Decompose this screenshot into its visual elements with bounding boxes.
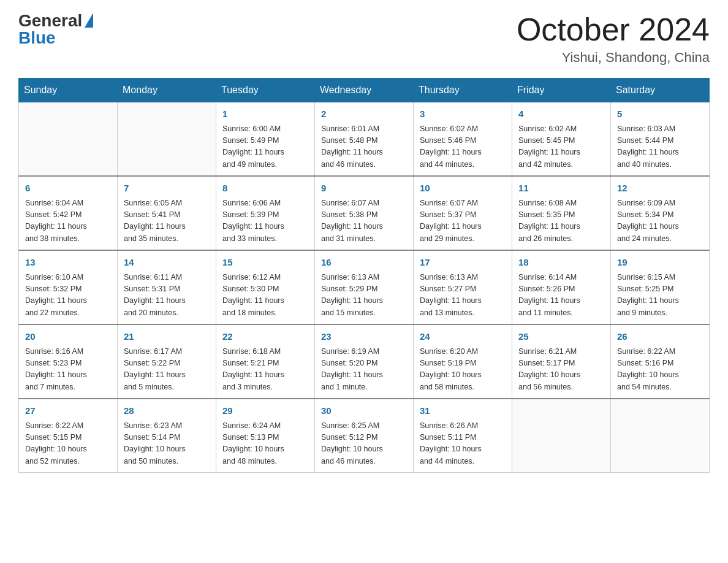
calendar-cell: 31Sunrise: 6:26 AM Sunset: 5:11 PM Dayli… [414, 399, 512, 473]
day-number: 23 [321, 330, 407, 344]
day-number: 19 [617, 256, 703, 270]
day-info: Sunrise: 6:07 AM Sunset: 5:37 PM Dayligh… [420, 197, 506, 245]
calendar-cell: 19Sunrise: 6:15 AM Sunset: 5:25 PM Dayli… [611, 250, 710, 324]
calendar-cell [118, 102, 216, 177]
weekday-header-cell: Sunday [19, 79, 118, 102]
calendar-cell: 8Sunrise: 6:06 AM Sunset: 5:39 PM Daylig… [216, 176, 315, 250]
day-number: 10 [420, 182, 506, 196]
day-number: 7 [124, 182, 210, 196]
day-info: Sunrise: 6:16 AM Sunset: 5:23 PM Dayligh… [25, 346, 111, 394]
calendar-cell: 22Sunrise: 6:18 AM Sunset: 5:21 PM Dayli… [216, 324, 315, 399]
calendar-cell: 14Sunrise: 6:11 AM Sunset: 5:31 PM Dayli… [118, 250, 216, 324]
day-info: Sunrise: 6:17 AM Sunset: 5:22 PM Dayligh… [124, 346, 210, 394]
calendar-cell: 13Sunrise: 6:10 AM Sunset: 5:32 PM Dayli… [19, 250, 118, 324]
calendar-cell: 3Sunrise: 6:02 AM Sunset: 5:46 PM Daylig… [414, 102, 512, 177]
day-number: 30 [321, 404, 407, 418]
calendar-cell: 9Sunrise: 6:07 AM Sunset: 5:38 PM Daylig… [315, 176, 414, 250]
day-number: 3 [420, 107, 506, 121]
weekday-header-cell: Saturday [611, 79, 710, 102]
calendar-cell: 5Sunrise: 6:03 AM Sunset: 5:44 PM Daylig… [611, 102, 710, 177]
day-number: 12 [617, 182, 703, 196]
day-info: Sunrise: 6:02 AM Sunset: 5:46 PM Dayligh… [420, 123, 506, 171]
day-number: 24 [420, 330, 506, 344]
day-info: Sunrise: 6:22 AM Sunset: 5:15 PM Dayligh… [25, 420, 111, 468]
day-info: Sunrise: 6:09 AM Sunset: 5:34 PM Dayligh… [617, 197, 703, 245]
day-number: 21 [124, 330, 210, 344]
day-number: 8 [222, 182, 308, 196]
day-info: Sunrise: 6:23 AM Sunset: 5:14 PM Dayligh… [124, 420, 210, 468]
calendar-cell: 18Sunrise: 6:14 AM Sunset: 5:26 PM Dayli… [512, 250, 611, 324]
header: General Blue October 2024 Yishui, Shando… [18, 12, 710, 66]
calendar-week-row: 1Sunrise: 6:00 AM Sunset: 5:49 PM Daylig… [19, 102, 710, 177]
day-number: 27 [25, 404, 111, 418]
calendar-cell: 28Sunrise: 6:23 AM Sunset: 5:14 PM Dayli… [118, 399, 216, 473]
calendar-cell: 2Sunrise: 6:01 AM Sunset: 5:48 PM Daylig… [315, 102, 414, 177]
calendar-cell: 7Sunrise: 6:05 AM Sunset: 5:41 PM Daylig… [118, 176, 216, 250]
day-number: 14 [124, 256, 210, 270]
calendar-cell: 17Sunrise: 6:13 AM Sunset: 5:27 PM Dayli… [414, 250, 512, 324]
calendar-cell: 23Sunrise: 6:19 AM Sunset: 5:20 PM Dayli… [315, 324, 414, 399]
day-number: 1 [222, 107, 308, 121]
weekday-header-cell: Tuesday [216, 79, 315, 102]
calendar-cell [611, 399, 710, 473]
day-info: Sunrise: 6:06 AM Sunset: 5:39 PM Dayligh… [222, 197, 308, 245]
day-info: Sunrise: 6:25 AM Sunset: 5:12 PM Dayligh… [321, 420, 407, 468]
calendar-week-row: 6Sunrise: 6:04 AM Sunset: 5:42 PM Daylig… [19, 176, 710, 250]
day-info: Sunrise: 6:10 AM Sunset: 5:32 PM Dayligh… [25, 272, 111, 320]
calendar-week-row: 27Sunrise: 6:22 AM Sunset: 5:15 PM Dayli… [19, 399, 710, 473]
day-info: Sunrise: 6:01 AM Sunset: 5:48 PM Dayligh… [321, 123, 407, 171]
location-title: Yishui, Shandong, China [517, 50, 710, 66]
day-number: 25 [518, 330, 604, 344]
day-info: Sunrise: 6:07 AM Sunset: 5:38 PM Dayligh… [321, 197, 407, 245]
calendar-cell: 25Sunrise: 6:21 AM Sunset: 5:17 PM Dayli… [512, 324, 611, 399]
calendar-cell [512, 399, 611, 473]
calendar-table: SundayMondayTuesdayWednesdayThursdayFrid… [18, 78, 710, 473]
day-number: 20 [25, 330, 111, 344]
day-number: 9 [321, 182, 407, 196]
day-number: 4 [518, 107, 604, 121]
calendar-cell: 20Sunrise: 6:16 AM Sunset: 5:23 PM Dayli… [19, 324, 118, 399]
day-info: Sunrise: 6:21 AM Sunset: 5:17 PM Dayligh… [518, 346, 604, 394]
day-number: 26 [617, 330, 703, 344]
day-number: 31 [420, 404, 506, 418]
weekday-header-row: SundayMondayTuesdayWednesdayThursdayFrid… [19, 79, 710, 102]
calendar-cell: 26Sunrise: 6:22 AM Sunset: 5:16 PM Dayli… [611, 324, 710, 399]
weekday-header-cell: Thursday [414, 79, 512, 102]
calendar-cell: 16Sunrise: 6:13 AM Sunset: 5:29 PM Dayli… [315, 250, 414, 324]
calendar-cell: 24Sunrise: 6:20 AM Sunset: 5:19 PM Dayli… [414, 324, 512, 399]
calendar-cell [19, 102, 118, 177]
day-info: Sunrise: 6:04 AM Sunset: 5:42 PM Dayligh… [25, 197, 111, 245]
calendar-cell: 21Sunrise: 6:17 AM Sunset: 5:22 PM Dayli… [118, 324, 216, 399]
day-info: Sunrise: 6:22 AM Sunset: 5:16 PM Dayligh… [617, 346, 703, 394]
day-info: Sunrise: 6:19 AM Sunset: 5:20 PM Dayligh… [321, 346, 407, 394]
day-info: Sunrise: 6:02 AM Sunset: 5:45 PM Dayligh… [518, 123, 604, 171]
day-number: 17 [420, 256, 506, 270]
weekday-header-cell: Friday [512, 79, 611, 102]
day-number: 11 [518, 182, 604, 196]
day-info: Sunrise: 6:13 AM Sunset: 5:27 PM Dayligh… [420, 272, 506, 320]
day-number: 5 [617, 107, 703, 121]
day-info: Sunrise: 6:05 AM Sunset: 5:41 PM Dayligh… [124, 197, 210, 245]
logo: General Blue [18, 12, 93, 47]
calendar-cell: 6Sunrise: 6:04 AM Sunset: 5:42 PM Daylig… [19, 176, 118, 250]
day-info: Sunrise: 6:08 AM Sunset: 5:35 PM Dayligh… [518, 197, 604, 245]
day-info: Sunrise: 6:20 AM Sunset: 5:19 PM Dayligh… [420, 346, 506, 394]
day-number: 15 [222, 256, 308, 270]
calendar-cell: 15Sunrise: 6:12 AM Sunset: 5:30 PM Dayli… [216, 250, 315, 324]
calendar-body: 1Sunrise: 6:00 AM Sunset: 5:49 PM Daylig… [19, 102, 710, 473]
day-number: 2 [321, 107, 407, 121]
day-number: 29 [222, 404, 308, 418]
day-info: Sunrise: 6:03 AM Sunset: 5:44 PM Dayligh… [617, 123, 703, 171]
day-number: 13 [25, 256, 111, 270]
day-info: Sunrise: 6:24 AM Sunset: 5:13 PM Dayligh… [222, 420, 308, 468]
day-number: 16 [321, 256, 407, 270]
calendar-cell: 12Sunrise: 6:09 AM Sunset: 5:34 PM Dayli… [611, 176, 710, 250]
day-number: 18 [518, 256, 604, 270]
day-info: Sunrise: 6:00 AM Sunset: 5:49 PM Dayligh… [222, 123, 308, 171]
day-info: Sunrise: 6:18 AM Sunset: 5:21 PM Dayligh… [222, 346, 308, 394]
day-info: Sunrise: 6:26 AM Sunset: 5:11 PM Dayligh… [420, 420, 506, 468]
calendar-cell: 29Sunrise: 6:24 AM Sunset: 5:13 PM Dayli… [216, 399, 315, 473]
weekday-header-cell: Wednesday [315, 79, 414, 102]
calendar-cell: 11Sunrise: 6:08 AM Sunset: 5:35 PM Dayli… [512, 176, 611, 250]
day-info: Sunrise: 6:14 AM Sunset: 5:26 PM Dayligh… [518, 272, 604, 320]
